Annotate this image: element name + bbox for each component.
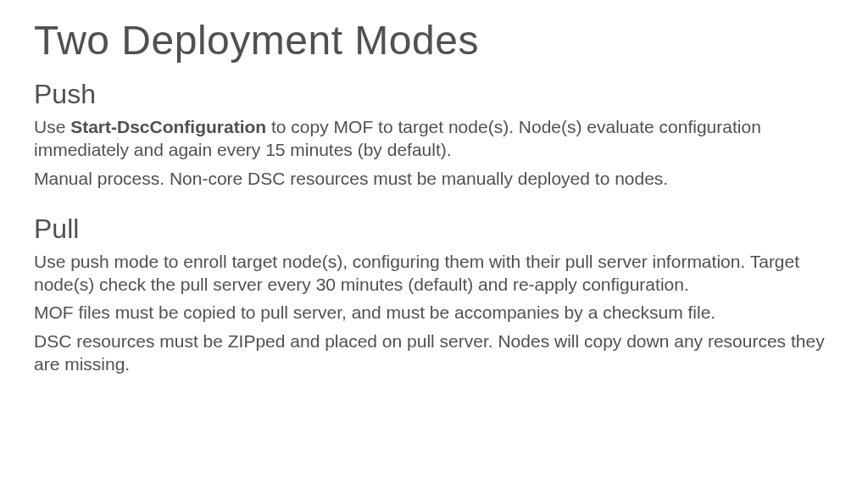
section-heading-push: Push xyxy=(34,79,834,110)
body-paragraph: MOF files must be copied to pull server,… xyxy=(34,301,834,324)
section-push: Push Use Start-DscConfiguration to copy … xyxy=(34,79,834,190)
body-paragraph: DSC resources must be ZIPped and placed … xyxy=(34,330,834,376)
text-prefix: Use xyxy=(34,117,70,136)
body-paragraph: Manual process. Non-core DSC resources m… xyxy=(34,167,834,190)
body-paragraph: Use push mode to enroll target node(s), … xyxy=(34,250,834,297)
slide-title: Two Deployment Modes xyxy=(34,17,834,64)
text-bold: Start-DscConfiguration xyxy=(70,117,266,136)
section-heading-pull: Pull xyxy=(34,214,834,245)
body-paragraph: Use Start-DscConfiguration to copy MOF t… xyxy=(34,115,834,162)
section-pull: Pull Use push mode to enroll target node… xyxy=(34,214,834,375)
